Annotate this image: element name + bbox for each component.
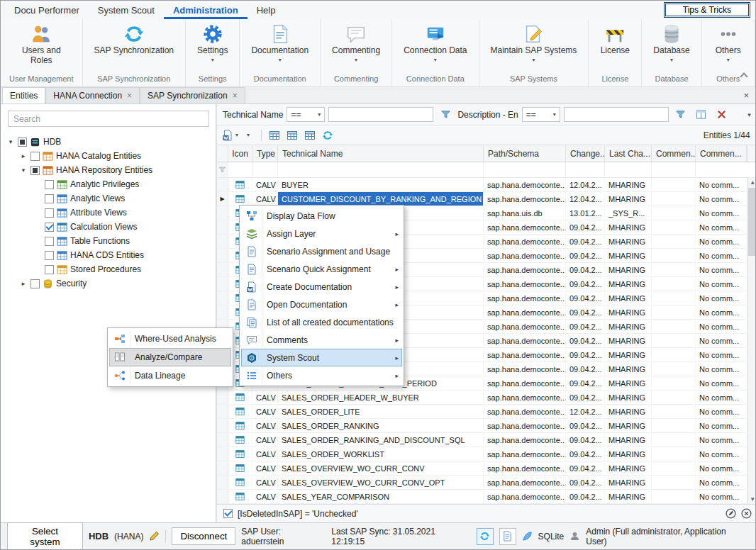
refresh-button[interactable] bbox=[320, 128, 335, 143]
grid-layout-button[interactable] bbox=[302, 128, 318, 143]
tree-item-stored-procedures[interactable]: Stored Procedures bbox=[1, 262, 216, 276]
menu-item-open-documentation[interactable]: Open Documentation ▸ bbox=[241, 296, 402, 313]
column-header-path-schema[interactable]: Path/Schema bbox=[484, 145, 566, 162]
tree-item-table-functions[interactable]: Table Functions bbox=[1, 234, 216, 248]
checkbox[interactable] bbox=[18, 138, 27, 147]
scroll-down-arrow-icon[interactable]: ▼ bbox=[750, 496, 755, 503]
expander-icon[interactable]: ▸ bbox=[19, 280, 28, 287]
technical-name-cell[interactable]: SALES_ORDER_RANKING_AND_DISCOUNT_SQL bbox=[278, 433, 484, 447]
commenting-button[interactable]: Commenting ▾ bbox=[328, 22, 384, 64]
sap-synchronization-button[interactable]: SAP Synchronization bbox=[90, 22, 179, 57]
table-row[interactable]: ▶ CALV SALES_YEAR_COMPARISON sap.hana.de… bbox=[217, 490, 756, 504]
menu-item-list-of-all-created-documentations[interactable]: List of all created documentations bbox=[241, 313, 402, 331]
menu-item-data-lineage[interactable]: Data Lineage bbox=[109, 366, 231, 385]
checkbox[interactable] bbox=[45, 251, 54, 260]
clear-filter-button[interactable] bbox=[713, 107, 730, 123]
create-documentation-button[interactable]: ▾ bbox=[222, 128, 238, 143]
menu-item-comments[interactable]: Comments ▸ bbox=[241, 331, 402, 349]
sync-log-button[interactable] bbox=[499, 528, 516, 545]
filter-cell[interactable] bbox=[652, 162, 696, 177]
connection-data-button[interactable]: Connection Data ▾ bbox=[399, 22, 471, 64]
column-header-comment2[interactable]: Commen... bbox=[696, 145, 747, 162]
expander-icon[interactable]: ▸ bbox=[19, 152, 28, 159]
checkbox[interactable] bbox=[45, 265, 54, 274]
documentation-button[interactable]: Documentation ▾ bbox=[247, 22, 313, 64]
expander-icon[interactable]: ▾ bbox=[6, 138, 15, 145]
menu-administration[interactable]: Administration bbox=[164, 1, 248, 19]
menu-item-create-documentation[interactable]: Create Documentation ▸ bbox=[241, 278, 402, 296]
table-row[interactable]: ▶ CALV CUSTOMER_DISCOUNT_BY_RANKING_AND_… bbox=[217, 192, 756, 206]
menu-item-display-data-flow[interactable]: Display Data Flow bbox=[241, 207, 402, 225]
maintain-sap-systems-button[interactable]: Maintain SAP Systems ▾ bbox=[487, 22, 582, 64]
select-system-button[interactable]: Select system bbox=[7, 522, 83, 550]
filter-cell[interactable] bbox=[228, 162, 252, 177]
menu-system-scout[interactable]: System Scout bbox=[89, 1, 164, 19]
database-button[interactable]: Database ▾ bbox=[649, 22, 694, 64]
menu-item-where-used-analysis[interactable]: Where-Used Analysis bbox=[109, 330, 231, 348]
table-row[interactable]: ▶ CALV SALES_ORDER_RANKING_AND_DISCOUNT_… bbox=[217, 433, 756, 447]
filter-active-checkbox[interactable] bbox=[223, 509, 233, 518]
column-header-change-date[interactable]: Change... bbox=[566, 145, 605, 162]
tree-item-attribute-views[interactable]: Attribute Views bbox=[1, 206, 216, 220]
table-row[interactable]: ▶ CALV SALES_OVERVIEW_WO_CURR_CONV sap.h… bbox=[217, 461, 756, 476]
remove-filter-icon[interactable] bbox=[741, 508, 752, 519]
filter-cell[interactable] bbox=[566, 162, 605, 177]
chevron-down-icon[interactable]: ▾ bbox=[747, 111, 752, 118]
apply-filter-button[interactable] bbox=[672, 107, 689, 123]
table-row[interactable]: ▶ CALV SALES_ORDER_LITE sap.hana.democon… bbox=[217, 405, 756, 419]
column-header-icon[interactable]: Icon bbox=[228, 145, 252, 162]
tree-item-calculation-views[interactable]: Calculation Views bbox=[1, 220, 216, 234]
close-icon[interactable]: × bbox=[127, 91, 132, 101]
others-button[interactable]: Others ▾ bbox=[709, 22, 747, 64]
disconnect-button[interactable]: Disconnect bbox=[172, 527, 235, 545]
settings-button[interactable]: Settings ▾ bbox=[193, 22, 232, 64]
filter-cell[interactable] bbox=[696, 162, 756, 177]
edit-filter-button[interactable] bbox=[437, 107, 454, 123]
checkbox[interactable] bbox=[45, 223, 54, 232]
table-row[interactable]: ▶ CALV SALES_OVERVIEW_WO_CURR_CONV_OPT s… bbox=[217, 476, 756, 490]
checkbox[interactable] bbox=[45, 180, 54, 189]
tree-item-analytic-views[interactable]: Analytic Views bbox=[1, 191, 216, 206]
filter-cell[interactable] bbox=[252, 162, 278, 177]
checkbox[interactable] bbox=[45, 194, 54, 203]
menu-help[interactable]: Help bbox=[248, 1, 285, 19]
tab-entities[interactable]: Entities bbox=[2, 87, 45, 103]
technical-name-cell[interactable]: SALES_OVERVIEW_WO_CURR_CONV_OPT bbox=[278, 476, 484, 489]
tree-item-security[interactable]: ▸ Security bbox=[1, 276, 216, 291]
menu-item-analyze-compare[interactable]: Analyze/Compare bbox=[109, 348, 231, 366]
menu-item-scenario-quick-assignment[interactable]: Scenario Quick Assignment ▸ bbox=[241, 260, 402, 278]
column-header-last-changed[interactable]: Last Cha... bbox=[605, 145, 652, 162]
column-header-comment[interactable]: Commen... bbox=[652, 145, 696, 162]
tips-and-tricks-button[interactable]: Tips & Tricks bbox=[664, 2, 750, 18]
menu-item-assign-layer[interactable]: Assign Layer ▸ bbox=[241, 225, 402, 242]
technical-name-cell[interactable]: CUSTOMER_DISCOUNT_BY_RANKING_AND_REGION bbox=[278, 192, 484, 206]
checkbox[interactable] bbox=[30, 152, 40, 161]
filter-editor-button[interactable] bbox=[693, 107, 710, 123]
tree-item-hana-cds-entities[interactable]: HANA CDS Entities bbox=[1, 248, 216, 262]
operator-dropdown[interactable]: == ▾ bbox=[522, 107, 560, 122]
license-button[interactable]: License bbox=[596, 22, 634, 57]
add-columns-button[interactable] bbox=[284, 128, 300, 143]
column-header-type[interactable]: Type bbox=[252, 145, 278, 162]
table-row[interactable]: ▶ CALV SALES_ORDER_RANKING sap.hana.demo… bbox=[217, 419, 756, 433]
table-row[interactable]: ▶ CALV BUYER sap.hana.democonte... 12.04… bbox=[217, 178, 756, 192]
table-row[interactable]: ▶ CALV SALES_ORDER_WORKLIST sap.hana.dem… bbox=[217, 447, 756, 461]
close-icon[interactable]: × bbox=[743, 90, 749, 101]
technical-name-cell[interactable]: SALES_YEAR_COMPARISON bbox=[278, 490, 484, 503]
menu-item-scenario-assignment-and-usage[interactable]: Scenario Assignment and Usage bbox=[241, 242, 402, 260]
technical-name-cell[interactable]: SALES_ORDER_LITE bbox=[278, 405, 484, 418]
filter-cell[interactable] bbox=[605, 162, 652, 177]
operator-dropdown[interactable]: == ▾ bbox=[287, 107, 325, 122]
export-grid-button[interactable] bbox=[267, 128, 282, 143]
column-header-technical-name[interactable]: Technical Name bbox=[278, 145, 484, 162]
checkbox[interactable] bbox=[30, 166, 40, 175]
checkbox[interactable] bbox=[45, 208, 54, 218]
tree-item-analytic-privileges[interactable]: Analytic Privileges bbox=[1, 177, 216, 191]
menu-item-system-scout[interactable]: System Scout ▸ bbox=[241, 349, 402, 366]
description-filter-input[interactable] bbox=[564, 107, 669, 122]
menu-docu-performer[interactable]: Docu Performer bbox=[5, 1, 89, 19]
tree-item-hdb[interactable]: ▾ HDB bbox=[1, 135, 216, 149]
vertical-scrollbar[interactable]: ▲ ▼ bbox=[747, 178, 756, 504]
scrollbar-thumb[interactable] bbox=[748, 188, 756, 256]
checkbox[interactable] bbox=[45, 237, 54, 246]
